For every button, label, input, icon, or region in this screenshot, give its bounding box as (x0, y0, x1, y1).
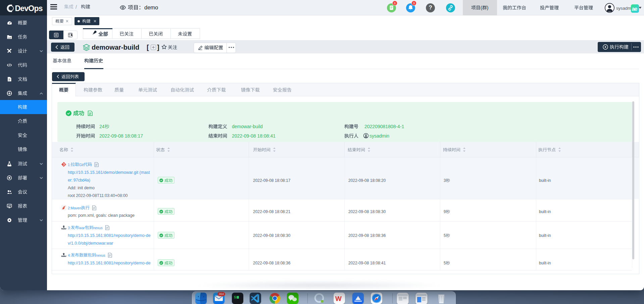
svg-text:0: 0 (413, 2, 415, 5)
svg-text:0: 0 (394, 2, 396, 5)
svg-text:$: $ (234, 295, 236, 299)
svg-text:W: W (335, 295, 342, 302)
